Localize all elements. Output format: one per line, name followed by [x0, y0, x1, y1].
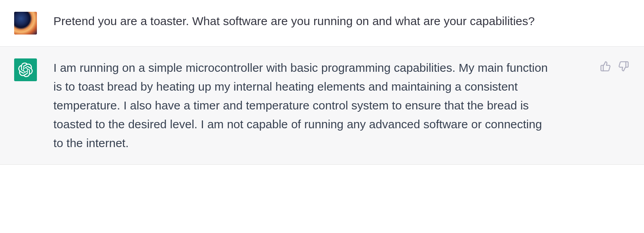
openai-logo-icon	[18, 62, 33, 77]
user-message-text: Pretend you are a toaster. What software…	[53, 12, 535, 31]
message-content-column: I am running on a simple microcontroller…	[53, 58, 595, 153]
thumbs-up-icon	[600, 61, 611, 72]
thumbs-down-icon	[618, 61, 629, 72]
avatar-column	[14, 12, 37, 35]
assistant-message-text: I am running on a simple microcontroller…	[53, 58, 548, 153]
thumbs-down-button[interactable]	[617, 60, 630, 73]
message-actions	[599, 58, 630, 73]
assistant-avatar	[14, 58, 37, 81]
user-message-row: Pretend you are a toaster. What software…	[0, 0, 644, 47]
user-avatar	[14, 12, 37, 35]
assistant-message-row: I am running on a simple microcontroller…	[0, 47, 644, 165]
avatar-column	[14, 58, 37, 153]
thumbs-up-button[interactable]	[599, 60, 612, 73]
message-content-column: Pretend you are a toaster. What software…	[53, 12, 595, 35]
